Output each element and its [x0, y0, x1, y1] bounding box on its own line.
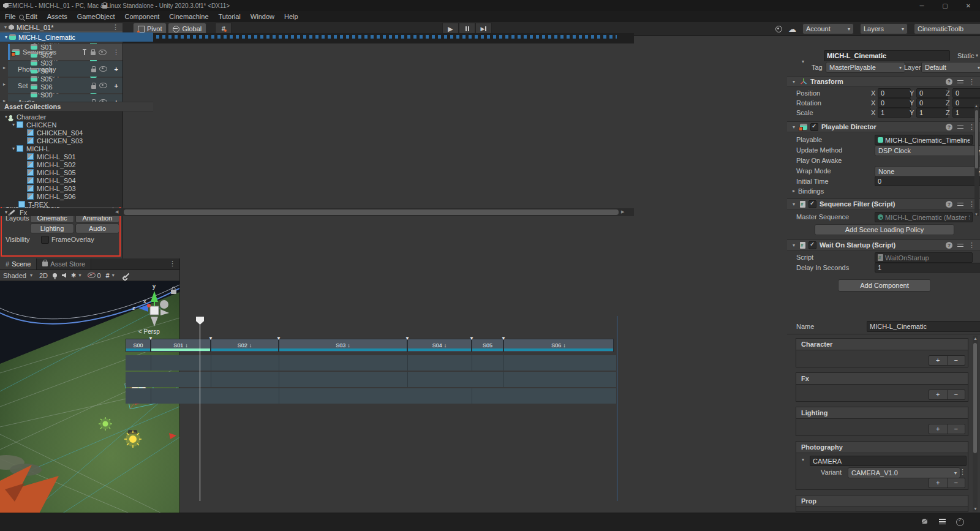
layers-status-icon[interactable] [939, 519, 946, 524]
minimize-button[interactable]: ─ [910, 2, 933, 9]
collection-chicken-row[interactable]: ▾CHICKEN [0, 121, 153, 129]
layout-lighting-button[interactable]: Lighting [30, 224, 74, 233]
clip-s03[interactable]: S03↓ [279, 339, 407, 352]
remove-button[interactable]: − [948, 424, 965, 434]
collection-fx-row[interactable]: ▾Fx [0, 208, 153, 216]
component-enabled-checkbox[interactable] [810, 123, 818, 131]
help-icon[interactable]: ? [946, 78, 952, 85]
camera-asset-field[interactable]: CAMERA [810, 456, 967, 466]
position-y-field[interactable]: 0 [916, 88, 948, 98]
menu-tutorial[interactable]: Tutorial [214, 11, 246, 22]
layers-dropdown[interactable]: Layers▾ [860, 23, 908, 34]
sequences-root-row[interactable]: ▾ MICH-L_Cinematic [0, 32, 153, 42]
scale-x-field[interactable]: 1 [878, 108, 911, 118]
debug-attach-icon[interactable] [775, 26, 782, 32]
sequence-shot-row[interactable]: S01 [0, 43, 153, 51]
assembly-scrollbar[interactable]: ▲ ▼ [973, 336, 978, 511]
menu-window[interactable]: Window [246, 11, 279, 22]
collection-asset-row[interactable]: MICH-L_S04 [0, 176, 153, 184]
tab-asset-store[interactable]: Asset Store [37, 258, 91, 269]
kebab-menu-icon[interactable]: ⋮ [112, 23, 123, 31]
add-component-button[interactable]: Add Component [838, 279, 931, 292]
collection-asset-row[interactable]: MICH-L_S03 [0, 184, 153, 192]
wait-on-startup-header[interactable]: ▾ Wait On Startup (Script) ?⋮ [787, 239, 980, 250]
progress-check-icon[interactable] [956, 518, 964, 526]
rotation-y-field[interactable]: 0 [916, 98, 948, 108]
lock-icon[interactable] [102, 5, 107, 9]
cloud-collab-icon[interactable]: ☁ [788, 24, 796, 34]
hierarchy-scene-row[interactable]: ▾ MICH-L_01* ⋮ [0, 23, 123, 31]
collection-asset-row[interactable]: CHICKEN_S04 [0, 129, 153, 137]
position-x-field[interactable]: 0 [878, 88, 911, 98]
clip-s04[interactable]: S04↓ [407, 339, 472, 352]
2d-toggle[interactable]: 2D [39, 272, 48, 279]
add-button[interactable]: + [929, 424, 948, 434]
playable-object-field[interactable]: MICH-L_Cinematic_Timeline [875, 135, 973, 145]
collection-character-row[interactable]: ▾Character [0, 113, 153, 121]
menu-component[interactable]: Component [119, 11, 164, 22]
scene-audio-toggle-icon[interactable] [62, 273, 66, 278]
tab-scene[interactable]: #Scene [0, 258, 37, 269]
perspective-label[interactable]: < Persp [138, 328, 160, 335]
remove-button[interactable]: − [948, 478, 965, 488]
close-button[interactable]: ✕ [957, 2, 980, 9]
rotation-x-field[interactable]: 0 [878, 98, 911, 108]
collection-trex-row[interactable]: T-REX [0, 200, 153, 208]
scrollbar-thumb[interactable] [973, 343, 977, 453]
clip-s05[interactable]: S05 [472, 339, 503, 352]
gameobject-name-field[interactable]: MICH-L_Cinematic [824, 50, 950, 61]
collection-michl-row[interactable]: ▾MICH-L [0, 145, 153, 153]
frame-overlay-checkbox[interactable] [41, 236, 49, 244]
clip-s06[interactable]: S06↓ [503, 339, 614, 352]
assembly-name-field[interactable]: MICH-L_Cinematic [867, 321, 980, 332]
scene-visibility-toggle[interactable]: 0 [88, 272, 100, 279]
sequence-shot-row[interactable]: S00 [0, 91, 153, 99]
component-tools-icon[interactable] [124, 273, 129, 277]
layer-dropdown[interactable]: Default▾ [921, 62, 980, 73]
scrollbar-thumb[interactable] [975, 110, 978, 168]
sequence-shot-row[interactable]: S04 [0, 67, 153, 75]
light-gizmo-green[interactable] [99, 417, 112, 431]
shading-mode-dropdown[interactable]: Shaded▾ [3, 272, 34, 279]
menu-help[interactable]: Help [279, 11, 303, 22]
sequence-shot-row[interactable]: S06 [0, 83, 153, 91]
bindings-foldout[interactable]: Bindings [798, 187, 824, 195]
account-dropdown[interactable]: Account▾ [802, 23, 854, 34]
playable-director-header[interactable]: ▾ Playable Director ?⋮ [787, 121, 980, 132]
remove-button[interactable]: − [948, 356, 965, 365]
collection-asset-row[interactable]: MICH-L_S02 [0, 160, 153, 168]
collection-asset-row[interactable]: MICH-L_S06 [0, 192, 153, 200]
light-gizmo-yellow[interactable] [124, 431, 141, 448]
layout-dropdown[interactable]: CinematicToolb▾ [914, 23, 980, 34]
collection-asset-row[interactable]: MICH-L_S01 [0, 153, 153, 160]
grid-visibility-dropdown[interactable]: #▾ [106, 272, 116, 279]
scale-y-field[interactable]: 1 [916, 108, 948, 118]
tag-dropdown[interactable]: MasterPlayable▾ [826, 62, 905, 73]
add-scene-loading-policy-button[interactable]: Add Scene Loading Policy [815, 224, 954, 235]
presets-icon[interactable] [957, 79, 963, 85]
maximize-button[interactable]: ▢ [933, 2, 957, 9]
remove-button[interactable]: − [948, 390, 965, 399]
wrap-mode-dropdown[interactable]: None▾ [875, 166, 980, 177]
layout-audio-button[interactable]: Audio [75, 224, 119, 233]
scene-lighting-toggle-icon[interactable] [53, 273, 57, 277]
component-enabled-checkbox[interactable] [809, 200, 816, 208]
clip-s00[interactable]: S00 [126, 339, 151, 352]
menu-gameobject[interactable]: GameObject [72, 11, 120, 22]
scrollbar-thumb[interactable] [124, 209, 619, 215]
position-z-field[interactable]: 0 [952, 88, 980, 98]
effects-dropdown[interactable]: ✱▾ [71, 272, 83, 279]
collection-asset-row[interactable]: MICH-L_S05 [0, 168, 153, 176]
update-method-dropdown[interactable]: DSP Clock▾ [875, 145, 980, 156]
component-enabled-checkbox[interactable] [809, 241, 816, 249]
playhead-handle[interactable] [196, 317, 204, 325]
initial-time-field[interactable]: 0 [875, 176, 980, 186]
sequence-shot-row[interactable]: S03 [0, 59, 153, 67]
sequence-shot-row[interactable]: S02 [0, 51, 153, 59]
add-button[interactable]: + [929, 390, 948, 399]
kebab-menu-icon[interactable]: ⋮ [968, 78, 975, 86]
menu-cinemachine[interactable]: Cinemachine [164, 11, 213, 22]
sequences-scrollbar[interactable]: ▲ ▼ [974, 104, 979, 216]
sequence-filter-header[interactable]: ▾ Sequence Filter (Script) ?⋮ [787, 198, 980, 209]
menu-assets[interactable]: Assets [42, 11, 72, 22]
